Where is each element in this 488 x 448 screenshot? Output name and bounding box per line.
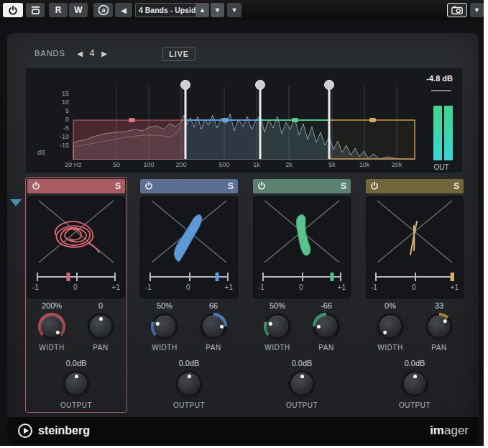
dropdown-icon: ▼ xyxy=(231,6,238,14)
band-3-panel[interactable]: S -10+1 50% WIDTH xyxy=(251,177,353,413)
read-automation-button[interactable]: R xyxy=(49,3,68,17)
window-menu-button[interactable]: ▼ xyxy=(470,3,484,17)
correlation-marker xyxy=(215,273,218,281)
band-power-icon[interactable] xyxy=(370,180,379,193)
correlation-marker xyxy=(330,273,333,281)
width-value: 0% xyxy=(385,301,396,313)
snapshot-button[interactable] xyxy=(447,3,467,17)
correlation-marker xyxy=(450,273,454,281)
out-peak-line xyxy=(431,90,451,91)
write-automation-button[interactable]: W xyxy=(69,3,88,17)
width-knob[interactable] xyxy=(151,313,178,340)
down-triangle-icon: ▼ xyxy=(214,6,221,14)
pan-knob[interactable] xyxy=(87,313,114,340)
spectrum-plot xyxy=(72,79,415,160)
svg-text:a: a xyxy=(101,6,106,14)
spectrum-display: 15 10 5 0 -5 -10 -15 dB xyxy=(26,68,462,173)
plugin-toolbar: R W a ◀ 4 Bands - Upside ▲ ▼ ▼ xyxy=(0,0,484,20)
output-value: 0.0dB xyxy=(405,359,425,370)
pan-knob[interactable] xyxy=(200,313,227,340)
band-1-gain-handle[interactable] xyxy=(129,118,135,122)
pan-label: PAN xyxy=(93,344,108,352)
db-tick: 15 xyxy=(50,90,69,97)
correlation-meter xyxy=(375,272,454,282)
output-knob[interactable] xyxy=(401,370,428,398)
bypass-button[interactable] xyxy=(26,3,45,17)
band-power-icon[interactable] xyxy=(257,180,266,193)
previous-preset-button[interactable]: ▲ xyxy=(195,3,209,17)
output-knob[interactable] xyxy=(175,370,203,398)
width-knob[interactable] xyxy=(377,313,404,340)
circled-a-icon: a xyxy=(98,4,109,16)
bands-decrease-button[interactable]: ◀ xyxy=(74,47,86,59)
freq-tick: 100 xyxy=(143,161,154,168)
live-button[interactable]: LIVE xyxy=(162,47,195,61)
output-label: OUTPUT xyxy=(399,401,431,409)
band-3-vectorscope: -10+1 xyxy=(253,196,351,298)
band-solo-button[interactable]: S xyxy=(228,181,234,191)
output-label: OUTPUT xyxy=(173,401,205,409)
width-label: WIDTH xyxy=(264,344,290,352)
freq-tick: 10k xyxy=(359,161,370,168)
band-2-gain-handle[interactable] xyxy=(222,118,229,122)
bypass-icon xyxy=(30,5,41,15)
pan-knob[interactable] xyxy=(313,313,340,340)
bands-increase-button[interactable]: ▶ xyxy=(98,47,110,59)
band-4-panel[interactable]: S -10+1 0% WIDTH xyxy=(364,177,466,413)
preset-selector[interactable]: 4 Bands - Upside xyxy=(135,3,200,17)
width-value: 200% xyxy=(42,301,62,313)
band-solo-button[interactable]: S xyxy=(115,181,121,191)
bands-label: BANDS xyxy=(34,49,65,58)
camera-icon xyxy=(451,6,463,14)
output-level-value: -4.8 dB xyxy=(426,74,453,83)
band-3-gain-handle[interactable] xyxy=(292,118,298,122)
band-solo-button[interactable]: S xyxy=(454,181,459,191)
next-preset-button[interactable]: ▼ xyxy=(211,3,224,17)
output-knob[interactable] xyxy=(63,370,90,398)
freq-tick: 50 xyxy=(113,161,120,168)
scope-signal xyxy=(296,214,310,255)
plugin-power-button[interactable] xyxy=(3,3,23,17)
pan-label: PAN xyxy=(431,344,446,352)
pan-value: -66 xyxy=(321,301,332,313)
freq-tick: 20 Hz xyxy=(65,161,82,168)
freq-tick: 500 xyxy=(218,161,229,168)
preset-menu-button[interactable]: ▼ xyxy=(227,3,241,17)
band-2-panel[interactable]: S -10+1 50% WIDTH xyxy=(138,177,240,413)
copy-ab-button[interactable]: ◀ xyxy=(115,3,132,17)
band-solo-button[interactable]: S xyxy=(341,181,346,191)
band-2-region xyxy=(185,118,260,160)
steinberg-brand: steinberg xyxy=(17,423,90,439)
dropdown-icon: ▼ xyxy=(474,6,480,14)
switch-ab-button[interactable]: a xyxy=(93,3,113,17)
db-axis-unit: dB xyxy=(37,149,45,156)
band-2-header: S xyxy=(140,179,238,193)
out-meter-left xyxy=(433,106,442,160)
pan-label: PAN xyxy=(206,344,221,352)
correlation-scale: -10+1 xyxy=(371,283,459,291)
band-4-gain-handle[interactable] xyxy=(369,118,376,122)
band-1-panel[interactable]: S -10+1 200% WIDTH xyxy=(25,177,127,413)
output-knob[interactable] xyxy=(288,370,316,398)
correlation-meter xyxy=(262,272,341,282)
plugin-window: R W a ◀ 4 Bands - Upside ▲ ▼ ▼ xyxy=(0,0,484,446)
band-3-region xyxy=(260,118,329,160)
width-knob[interactable] xyxy=(38,313,65,340)
width-label: WIDTH xyxy=(377,344,402,352)
db-tick: -5 xyxy=(50,124,69,132)
correlation-scale: -10+1 xyxy=(258,283,346,291)
band-4-region xyxy=(329,118,415,159)
correlation-scale: -10+1 xyxy=(145,283,233,291)
pan-knob[interactable] xyxy=(425,313,453,340)
preset-name: 4 Bands - Upside xyxy=(139,6,200,14)
band-power-icon[interactable] xyxy=(32,180,40,193)
band-power-icon[interactable] xyxy=(144,180,153,193)
freq-tick: 2k xyxy=(285,161,293,168)
db-tick: -10 xyxy=(50,133,69,140)
scope-cross xyxy=(39,201,114,262)
correlation-scale: -10+1 xyxy=(32,283,120,291)
band-3-header: S xyxy=(253,179,351,193)
width-knob[interactable] xyxy=(264,313,291,340)
pan-value: 33 xyxy=(435,301,443,313)
collapse-arrow-icon[interactable] xyxy=(10,199,22,206)
